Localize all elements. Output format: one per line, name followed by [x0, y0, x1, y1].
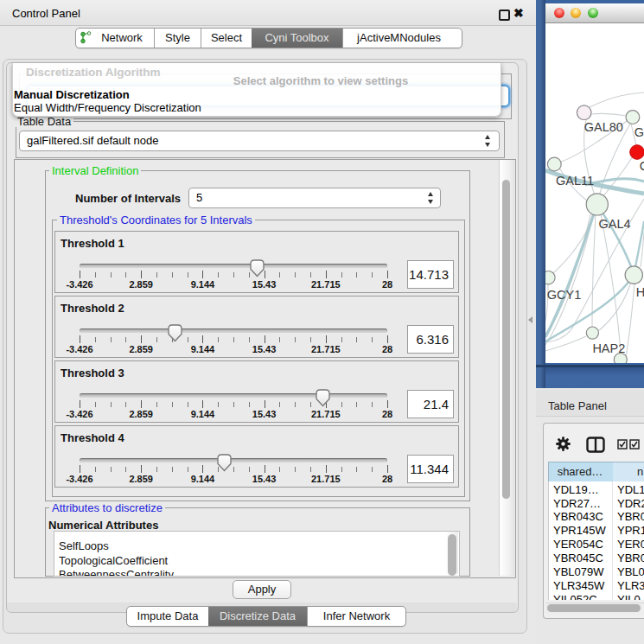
svg-text:H: H — [636, 285, 644, 299]
svg-text:C: C — [640, 159, 644, 173]
svg-text:GCY1: GCY1 — [547, 288, 582, 302]
svg-text:GAL4: GAL4 — [599, 217, 631, 231]
svg-text:HAP2: HAP2 — [592, 341, 625, 355]
svg-text:GAL80: GAL80 — [584, 120, 623, 134]
svg-text:GA: GA — [634, 125, 644, 139]
svg-text:GAL11: GAL11 — [556, 174, 594, 188]
